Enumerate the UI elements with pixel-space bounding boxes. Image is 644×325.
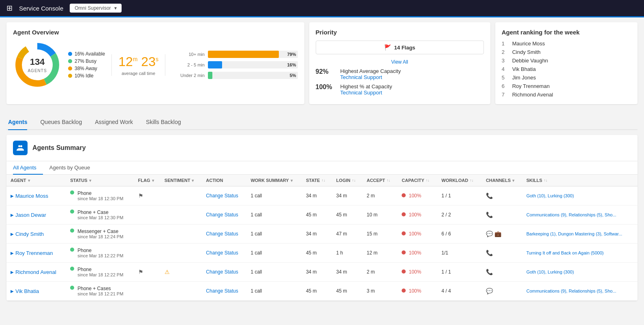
cap-dot-5	[402, 289, 406, 293]
rank-name-2: Cindy Smith	[512, 49, 541, 55]
workload-cell-0: 1 / 1	[437, 186, 482, 205]
bar-fill-10plus	[208, 51, 279, 58]
priority-row-2: 100% Highest % at Capacity Technical Sup…	[316, 83, 484, 96]
workload-cell-3: 1/1	[437, 244, 482, 263]
work-summary-cell-0: 1 call	[246, 186, 302, 205]
state-sort-icon[interactable]: ↑↓	[321, 178, 325, 182]
priority-desc-1: Highest Average Capacity Technical Suppo…	[340, 68, 401, 80]
th-skills: SKILLS ↑↓	[522, 175, 638, 186]
svg-point-5	[20, 145, 22, 147]
rank-num-5: 5	[502, 75, 508, 81]
rank-name-4: Vik Bhatia	[512, 66, 536, 72]
th-login-label: LOGIN	[336, 178, 351, 183]
expand-arrow-0[interactable]: ▶	[11, 194, 14, 198]
agent-filter-icon[interactable]: ▾	[28, 178, 30, 183]
legend-busy: 27% Busy	[68, 58, 105, 64]
flag-filter-icon[interactable]: ▾	[152, 178, 154, 183]
th-sentiment: SENTIMENT ▾	[160, 175, 202, 186]
sentiment-filter-icon[interactable]: ▾	[192, 178, 194, 183]
rank-name-5: Jim Jones	[512, 75, 536, 81]
change-status-link-2[interactable]: Change Status	[206, 231, 238, 237]
grid-icon[interactable]: ⊞	[6, 4, 13, 13]
agent-overview-panel: Agent Overview 134	[6, 22, 304, 104]
subtab-all-agents[interactable]: All Agents	[13, 161, 43, 175]
ranking-list: 1 Maurice Moss 2 Cindy Smith 3 Debbie Va…	[502, 41, 631, 98]
work-summary-filter-icon[interactable]: ▾	[291, 178, 293, 183]
view-all-link[interactable]: View All	[316, 59, 484, 65]
login-cell-1: 45 m	[332, 205, 363, 225]
priority-title: Priority	[316, 29, 484, 36]
status-text-4: Phone	[77, 267, 123, 272]
rank-num-7: 7	[502, 92, 508, 98]
expand-arrow-5[interactable]: ▶	[11, 289, 14, 293]
tab-assigned-work[interactable]: Assigned Work	[95, 115, 133, 130]
priority-panel: Priority 🚩 14 Flags View All 92% Highest…	[309, 22, 490, 104]
skills-sort-icon[interactable]: ↑↓	[544, 178, 548, 182]
status-since-3: since Mar 18 12:22 PM	[77, 253, 123, 258]
flag-cell-2	[134, 225, 160, 244]
legend-away: 38% Away	[68, 66, 105, 71]
status-since-0: since Mar 18 12:30 PM	[77, 196, 123, 201]
agent-name-4[interactable]: Richmond Avenal	[15, 269, 56, 275]
priority-link-2[interactable]: Technical Support	[340, 90, 392, 96]
workload-sort-icon[interactable]: ↑↓	[470, 178, 473, 182]
change-status-link-3[interactable]: Change Status	[206, 250, 238, 256]
work-summary-cell-5: 1 call	[246, 282, 302, 301]
sentiment-cell-3	[160, 244, 202, 263]
flag-cell-3	[134, 244, 160, 263]
chevron-down-icon: ▾	[114, 5, 117, 11]
change-status-link-0[interactable]: Change Status	[206, 193, 238, 199]
agent-name-2[interactable]: Cindy Smith	[15, 231, 44, 237]
tab-skills-backlog[interactable]: Skills Backlog	[146, 115, 181, 130]
state-cell-2: 34 m	[302, 225, 332, 244]
priority-link-1[interactable]: Technical Support	[340, 74, 401, 80]
bar-label-2to5: 2 - 5 min	[178, 62, 205, 67]
subtab-agents-by-queue[interactable]: Agents by Queue	[43, 161, 96, 175]
status-since-5: since Mar 18 12:21 PM	[77, 291, 123, 296]
agent-name-3[interactable]: Roy Trenneman	[15, 250, 53, 256]
th-agent-label: AGENT	[11, 178, 26, 183]
chat-icon: 💬	[486, 288, 493, 294]
accept-cell-2: 15 m	[363, 225, 398, 244]
tab-queues-backlog[interactable]: Queues Backlog	[40, 115, 82, 130]
accept-cell-4: 2 m	[363, 263, 398, 282]
expand-arrow-1[interactable]: ▶	[11, 213, 14, 217]
expand-arrow-3[interactable]: ▶	[11, 251, 14, 255]
accept-sort-icon[interactable]: ↑↓	[387, 178, 390, 182]
capacity-sort-icon[interactable]: ↑↓	[426, 178, 430, 182]
table-row: ▶ Jason Dewar Phone + Case since Mar 18 …	[6, 205, 638, 225]
expand-arrow-2[interactable]: ▶	[11, 232, 14, 236]
sentiment-cell-5	[160, 282, 202, 301]
app-switcher[interactable]: Omni Supervisor ▾	[70, 4, 121, 13]
th-workload: WORKLOAD ↑↓	[437, 175, 482, 186]
agents-summary-section: Agents Summary All Agents Agents by Queu…	[6, 135, 638, 301]
table-header: AGENT ▾ STATUS ▾ FLAG ▾	[6, 175, 638, 186]
agent-name-5[interactable]: Vik Bhatia	[15, 288, 39, 294]
idle-label: 10% Idle	[75, 73, 94, 79]
agents-table: AGENT ▾ STATUS ▾ FLAG ▾	[6, 175, 638, 301]
top-panels: Agent Overview 134	[6, 22, 638, 104]
th-skills-label: SKILLS	[526, 178, 542, 183]
rank-num-6: 6	[502, 83, 508, 89]
status-filter-icon[interactable]: ▾	[89, 178, 91, 183]
change-status-link-1[interactable]: Change Status	[206, 212, 238, 218]
channels-filter-icon[interactable]: ▾	[512, 178, 514, 183]
change-status-link-5[interactable]: Change Status	[206, 288, 238, 294]
skills-value-4: Goth (10), Lurking (300)	[526, 269, 574, 274]
login-sort-icon[interactable]: ↑↓	[352, 178, 355, 182]
expand-arrow-4[interactable]: ▶	[11, 270, 14, 274]
agent-name-1[interactable]: Jason Dewar	[15, 212, 46, 218]
legend-idle: 10% Idle	[68, 73, 105, 79]
work-summary-cell-1: 1 call	[246, 205, 302, 225]
status-dot-1	[70, 210, 74, 214]
skills-cell-0: Goth (10), Lurking (300)	[522, 186, 638, 205]
bar-label-under2: Under 2 min	[178, 73, 205, 78]
agent-cell-4: ▶ Richmond Avenal	[6, 263, 66, 282]
change-status-link-4[interactable]: Change Status	[206, 269, 238, 275]
accept-cell-3: 12 m	[363, 244, 398, 263]
status-text-3: Phone	[77, 248, 123, 253]
th-workload-label: WORKLOAD	[441, 178, 468, 183]
tab-agents[interactable]: Agents	[8, 115, 27, 130]
login-cell-5: 45 m	[332, 282, 363, 301]
agent-name-0[interactable]: Maurice Moss	[15, 193, 48, 199]
